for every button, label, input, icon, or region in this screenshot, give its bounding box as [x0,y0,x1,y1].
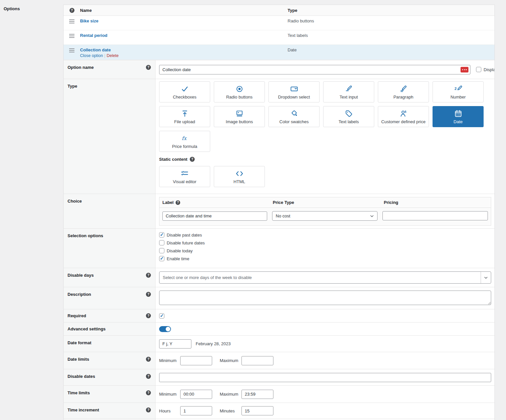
pricing-input[interactable] [382,211,488,220]
type-tile-text-input[interactable]: Text input [323,81,374,102]
form-row-choice: Choice Label Price Type Pricing No cost [64,194,494,228]
minimum-label: Minimum [159,358,175,363]
date-format-input[interactable] [159,339,191,349]
choice-header-label: Label [162,200,174,205]
static-content-label: Static content [159,157,187,162]
help-icon[interactable] [146,357,151,362]
option-name-link[interactable]: Rental period [80,33,107,38]
hours-input[interactable] [180,406,212,415]
type-tile-radio-buttons[interactable]: Radio buttons [214,81,265,102]
options-table-header: Name Type [64,5,494,16]
drag-handle-icon[interactable] [69,48,75,52]
help-icon[interactable] [146,65,151,70]
disable-past-dates-checkbox[interactable] [159,232,164,238]
help-icon[interactable] [146,273,151,278]
checkbox-label: Enable time [167,256,189,261]
price-type-select[interactable]: No cost [272,211,378,221]
choice-table: Label Price Type Pricing No cost [159,197,491,226]
help-icon[interactable] [190,157,195,162]
file-upload-icon [181,109,189,118]
required-checkbox[interactable] [159,313,164,319]
help-icon[interactable] [146,407,151,412]
html-icon [235,169,244,178]
type-tile-label: Paragraph [393,95,413,99]
type-tile-label: Price formula [172,144,197,149]
column-header-name: Name [80,8,288,13]
customer-defined-price-icon: $ [399,109,408,118]
type-tile-html[interactable]: HTML [214,166,265,187]
date-minimum-input[interactable] [180,356,212,365]
table-row[interactable]: Rental period Text labels [64,30,494,45]
type-tile-image-buttons[interactable]: Image buttons [214,106,265,127]
time-maximum-input[interactable] [241,390,273,399]
option-type-value: Radio buttons [288,18,314,23]
drag-handle-icon[interactable] [69,34,75,38]
option-name-link[interactable]: Collection date [80,47,111,52]
checkbox-item: Enable time [159,256,491,261]
choice-label-input[interactable] [162,211,267,221]
minutes-input[interactable] [241,406,273,415]
delete-option-link[interactable]: Delete [107,53,119,58]
table-row[interactable]: Bike size Radio buttons [64,16,494,30]
type-tile-label: Radio buttons [226,95,252,99]
help-icon[interactable] [146,313,151,318]
type-tile-checkboxes[interactable]: Checkboxes [159,81,210,102]
help-icon[interactable] [176,200,180,205]
option-name-input[interactable] [159,65,470,74]
disable-dates-input[interactable] [159,373,491,382]
chevron-down-icon[interactable] [481,272,491,283]
date-format-preview: February 28, 2023 [196,341,231,346]
advanced-settings-toggle[interactable] [159,326,171,332]
disable-future-dates-checkbox[interactable] [159,240,164,245]
enable-time-checkbox[interactable] [159,256,164,261]
disable-today-checkbox[interactable] [159,248,164,253]
type-tile-number[interactable]: 2 Number [433,81,484,102]
type-tile-file-upload[interactable]: File upload [159,106,210,127]
type-tile-label: Date [454,119,463,124]
required-label: Required [68,313,86,318]
type-tile-text-labels[interactable]: Text labels [323,106,374,127]
maximum-label: Maximum [220,358,237,363]
type-tile-price-formula[interactable]: fx Price formula [159,131,210,152]
display-checkbox[interactable] [476,67,481,72]
type-tile-customer-defined-price[interactable]: $ Customer defined price [378,106,429,127]
checkboxes-icon [181,85,189,93]
type-tile-color-swatches[interactable]: Color swatches [268,106,320,127]
description-label: Description [68,292,91,297]
static-content-tiles: Visual editor HTML [159,166,489,187]
help-icon[interactable] [146,390,151,395]
form-row-description: Description [64,287,494,309]
type-tile-label: Text labels [339,119,359,124]
checkbox-item: Disable future dates [159,240,491,245]
price-type-value: No cost [276,213,290,218]
disable-days-select[interactable]: Select one or more days of the week to d… [159,271,491,284]
type-tile-paragraph[interactable]: Paragraph [378,81,429,102]
type-tile-dropdown-select[interactable]: Dropdown select [268,81,320,102]
choice-header-pricing: Pricing [384,200,488,205]
minimum-label: Minimum [159,392,175,397]
help-icon[interactable] [146,292,151,297]
svg-text:fx: fx [182,135,187,141]
type-tile-date-selected[interactable]: Date [433,106,484,127]
checkbox-item: Disable past dates [159,232,491,238]
ellipsis-badge-icon[interactable] [461,67,468,72]
radio-buttons-icon [235,85,244,93]
type-tile-label: File upload [174,119,195,124]
help-icon[interactable] [70,8,74,13]
date-format-label: Date format [68,340,91,345]
close-option-link[interactable]: Close option [80,53,103,58]
time-minimum-input[interactable] [180,390,212,399]
drag-handle-icon[interactable] [69,19,75,23]
type-tile-label: Number [450,95,465,99]
type-tile-visual-editor[interactable]: Visual editor [159,166,210,187]
form-row-disable-dates: Disable dates [64,369,494,385]
type-tile-label: Image buttons [226,119,253,124]
description-textarea[interactable] [159,291,491,305]
date-maximum-input[interactable] [241,356,273,365]
type-tile-label: HTML [234,179,245,184]
option-name-link[interactable]: Bike size [80,18,98,23]
help-icon[interactable] [146,374,151,379]
table-row-selected[interactable]: Collection date Close option|Delete Date [64,45,494,60]
selection-options-label: Selection options [68,233,103,238]
date-icon [454,109,463,118]
